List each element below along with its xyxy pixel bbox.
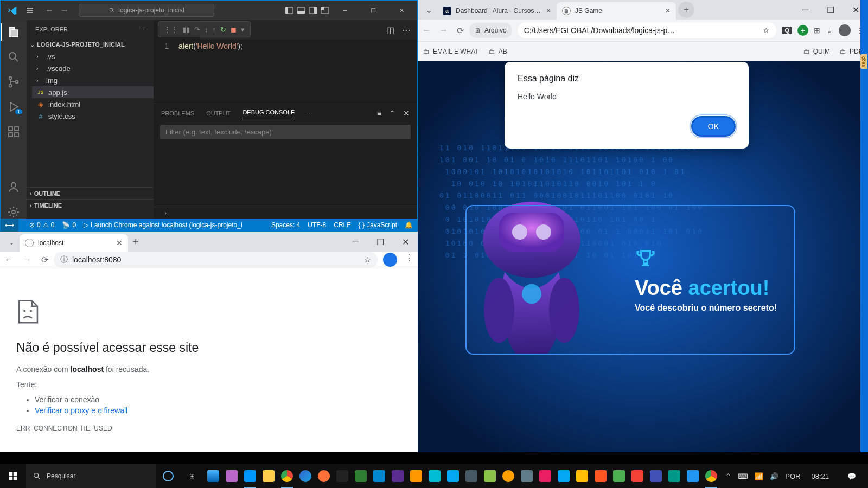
panel-tab-output[interactable]: OUTPUT: [206, 110, 231, 117]
extensions-icon[interactable]: [7, 125, 20, 138]
debug-stop-icon[interactable]: ◼: [231, 25, 237, 34]
debug-step-out-icon[interactable]: ↑: [213, 25, 216, 34]
taskbar-app[interactable]: [647, 464, 665, 488]
tree-file-appjs[interactable]: JSapp.js: [32, 86, 154, 98]
minimize-button[interactable]: ─: [793, 0, 818, 20]
status-debug-target[interactable]: ▷ Launch Chrome against localhost (logic…: [84, 221, 242, 229]
nav-back-icon[interactable]: ←: [4, 255, 13, 265]
panel-tab-debug[interactable]: DEBUG CONSOLE: [242, 109, 295, 118]
extension-badge[interactable]: Q: [782, 27, 792, 34]
account-icon[interactable]: [7, 181, 20, 194]
taskbar-app[interactable]: [462, 464, 481, 488]
taskbar-app[interactable]: [315, 464, 333, 488]
minimize-button[interactable]: ─: [333, 1, 358, 20]
browser-tab[interactable]: a Dashboard | Alura - Cursos onli ✕: [437, 2, 557, 20]
taskbar-app[interactable]: [628, 464, 647, 488]
search-icon[interactable]: [7, 50, 20, 63]
panel-collapse-icon[interactable]: ⌃: [389, 109, 395, 118]
tree-file-index[interactable]: ◈index.html: [32, 98, 154, 110]
layout-sidebar-left-icon[interactable]: [285, 6, 293, 15]
profile-icon[interactable]: [383, 253, 397, 267]
tray-language-icon[interactable]: POR: [785, 472, 800, 480]
status-eol[interactable]: CRLF: [334, 221, 350, 229]
menu-icon[interactable]: ⋮: [405, 253, 413, 267]
debug-step-over-icon[interactable]: ↷: [194, 25, 200, 34]
bookmark-star-icon[interactable]: ☆: [763, 26, 770, 35]
taskbar-app[interactable]: [352, 464, 370, 488]
status-ports[interactable]: 📡 0: [62, 221, 76, 229]
layout-sidebar-right-icon[interactable]: [309, 6, 317, 15]
close-button[interactable]: ✕: [389, 1, 414, 20]
task-view-button[interactable]: ⊞: [180, 472, 204, 480]
tray-overflow-icon[interactable]: ⌃: [725, 472, 731, 480]
code-editor[interactable]: 1 alert('Hello World');: [154, 40, 417, 104]
tree-folder[interactable]: ›.vscode: [32, 62, 154, 74]
tab-close-icon[interactable]: ✕: [665, 7, 671, 15]
explorer-icon[interactable]: [7, 25, 20, 38]
run-debug-icon[interactable]: 1: [7, 100, 20, 113]
address-bar[interactable]: C:/Users/EGLOBAL/Downloads/logica-js-p… …: [518, 22, 777, 38]
bookmark-item[interactable]: 🗀PDF: [840, 48, 863, 55]
taskbar-app[interactable]: [481, 464, 499, 488]
tab-close-icon[interactable]: ✕: [546, 7, 551, 15]
tab-search-icon[interactable]: ⌄: [420, 5, 437, 15]
tree-folder[interactable]: ›.vs: [32, 50, 154, 62]
bookmark-item[interactable]: 🗀AB: [489, 48, 507, 55]
tab-close-icon[interactable]: ✕: [116, 239, 123, 247]
bookmark-item[interactable]: 🗀QUIM: [803, 48, 830, 55]
tree-folder[interactable]: ›img: [32, 74, 154, 86]
breadcrumb[interactable]: ›: [154, 207, 417, 219]
bookmark-star-icon[interactable]: ☆: [364, 255, 371, 264]
taskbar-app[interactable]: [296, 464, 315, 488]
new-tab-button[interactable]: +: [678, 2, 694, 18]
taskbar-app[interactable]: [425, 464, 444, 488]
taskbar-app[interactable]: [370, 464, 388, 488]
taskbar-app[interactable]: [591, 464, 610, 488]
debug-step-into-icon[interactable]: ↓: [205, 25, 208, 34]
explorer-more-icon[interactable]: ⋯: [139, 26, 145, 33]
extension-plus-icon[interactable]: +: [797, 25, 808, 36]
status-bell-icon[interactable]: 🔔: [405, 221, 413, 229]
reload-icon[interactable]: ⟳: [457, 25, 464, 36]
panel-close-icon[interactable]: ✕: [403, 109, 410, 118]
nav-back-icon[interactable]: ←: [422, 25, 431, 36]
taskbar-search[interactable]: Pesquisar: [26, 464, 156, 488]
debug-restart-icon[interactable]: ↻: [220, 25, 226, 34]
debug-more-icon[interactable]: ▾: [241, 25, 245, 34]
taskbar-app[interactable]: [610, 464, 628, 488]
panel-more-icon[interactable]: ⋯: [307, 110, 312, 117]
layout-panel-icon[interactable]: [297, 6, 305, 15]
taskbar-app[interactable]: [222, 464, 241, 488]
tray-clock[interactable]: 08:21: [807, 472, 833, 480]
maximize-button[interactable]: ☐: [368, 232, 393, 252]
status-spaces[interactable]: Spaces: 4: [271, 221, 300, 229]
status-encoding[interactable]: UTF-8: [308, 221, 326, 229]
debug-toolbar[interactable]: ⋮⋮ ▮▮ ↷ ↓ ↑ ↻ ◼ ▾: [158, 21, 251, 37]
new-tab-button[interactable]: +: [128, 236, 143, 248]
taskbar-app[interactable]: [536, 464, 554, 488]
taskbar-app[interactable]: [259, 464, 278, 488]
file-origin-chip[interactable]: 🗎 Arquivo: [469, 23, 512, 38]
menu-icon[interactable]: [25, 6, 34, 15]
taskbar-app[interactable]: [573, 464, 591, 488]
status-errors[interactable]: ⊘ 0 ⚠ 0: [29, 221, 54, 229]
snap-assist-strip[interactable]: ções: [860, 0, 868, 452]
taskbar-app[interactable]: [554, 464, 573, 488]
taskbar-app[interactable]: [702, 464, 720, 488]
tray-keyboard-icon[interactable]: ⌨: [738, 472, 748, 480]
install-icon[interactable]: ⊞: [814, 26, 820, 35]
tree-file-style[interactable]: #style.css: [32, 110, 154, 122]
status-lang[interactable]: { } JavaScript: [359, 221, 397, 229]
close-button[interactable]: ✕: [393, 232, 418, 252]
dialog-ok-button[interactable]: OK: [691, 116, 736, 137]
maximize-button[interactable]: ☐: [361, 1, 386, 20]
taskbar-app[interactable]: [333, 464, 352, 488]
reload-icon[interactable]: ⟳: [41, 255, 48, 265]
debug-filter-input[interactable]: Filter (e.g. text, !exclude, \escape): [160, 125, 411, 139]
site-info-icon[interactable]: ⓘ: [60, 255, 68, 265]
download-icon[interactable]: ⭳: [826, 26, 833, 35]
address-bar[interactable]: ⓘ localhost:8080 ☆: [54, 252, 378, 268]
taskbar-app[interactable]: [444, 464, 462, 488]
nav-forward-icon[interactable]: →: [23, 255, 31, 265]
taskbar-app[interactable]: [665, 464, 684, 488]
